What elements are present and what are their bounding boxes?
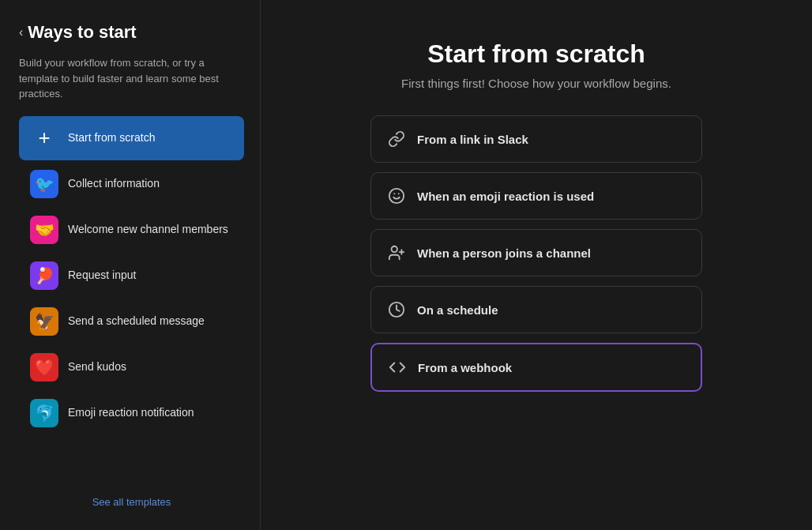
option-on-a-schedule[interactable]: On a schedule [370,286,702,333]
sidebar-item-label: Collect information [68,176,160,191]
send-kudos-icon: ❤️ [30,353,58,382]
plus-icon: + [30,124,58,152]
see-all-templates-link[interactable]: See all templates [19,490,244,514]
collect-info-icon: 🐦 [30,170,58,198]
trigger-options-list: From a link in Slack When an emoji react… [370,115,702,392]
person-join-icon [387,244,406,261]
main-subtitle: First things first! Choose how your work… [401,77,671,90]
option-person-joins-channel[interactable]: When a person joins a channel [370,229,702,276]
option-label: From a link in Slack [417,133,528,146]
sidebar-description: Build your workflow from scratch, or try… [19,55,244,102]
sidebar-items-list: + Start from scratch 🐦 Collect informati… [19,116,244,481]
sidebar-item-label: Send kudos [68,359,126,374]
sidebar-item-welcome-members[interactable]: 🤝 Welcome new channel members [19,208,244,252]
option-label: When an emoji reaction is used [417,190,594,203]
option-label: From a webhook [418,361,512,374]
back-arrow-icon: ‹ [19,25,23,39]
option-label: When a person joins a channel [417,246,591,260]
sidebar-item-collect-information[interactable]: 🐦 Collect information [19,162,244,206]
sidebar-item-label: Start from scratch [68,130,155,145]
sidebar: ‹ Ways to start Build your workflow from… [0,0,261,530]
main-content: Start from scratch First things first! C… [261,0,812,530]
option-emoji-reaction[interactable]: When an emoji reaction is used [370,172,702,220]
webhook-icon [388,359,407,376]
link-icon [387,130,406,148]
sidebar-item-label: Send a scheduled message [68,314,205,329]
sidebar-item-send-kudos[interactable]: ❤️ Send kudos [19,345,244,389]
sidebar-item-start-from-scratch[interactable]: + Start from scratch [19,116,244,160]
sidebar-item-scheduled-message[interactable]: 🦅 Send a scheduled message [19,299,244,344]
schedule-icon [387,301,406,318]
sidebar-item-emoji-reaction-notification[interactable]: 🐬 Emoji reaction notification [19,391,244,435]
scheduled-message-icon: 🦅 [30,307,58,336]
sidebar-item-label: Emoji reaction notification [68,405,194,420]
main-title: Start from scratch [427,39,645,69]
emoji-icon [387,187,406,205]
emoji-notification-icon: 🐬 [30,399,58,427]
sidebar-title: Ways to start [28,22,136,43]
option-from-a-link[interactable]: From a link in Slack [370,115,702,163]
svg-point-3 [392,246,397,252]
option-from-a-webhook[interactable]: From a webhook [370,343,702,392]
sidebar-item-request-input[interactable]: 🏓 Request input [19,254,244,298]
request-input-icon: 🏓 [30,261,58,290]
sidebar-item-label: Welcome new channel members [68,222,228,237]
svg-point-0 [389,189,404,203]
option-label: On a schedule [417,303,498,317]
back-button[interactable]: ‹ Ways to start [19,22,244,43]
welcome-members-icon: 🤝 [30,216,58,244]
sidebar-item-label: Request input [68,268,136,283]
